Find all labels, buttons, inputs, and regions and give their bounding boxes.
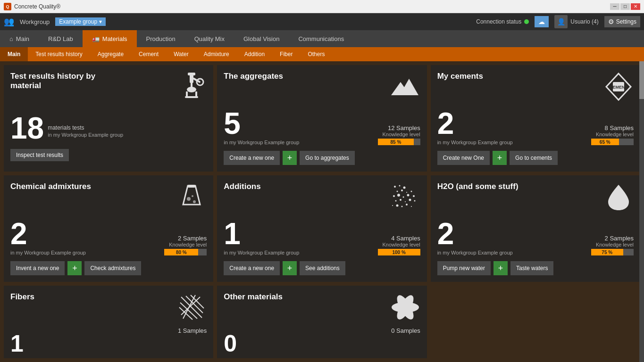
sub-item-fiber[interactable]: Fiber bbox=[272, 47, 300, 61]
svg-point-35 bbox=[414, 200, 415, 202]
svg-point-17 bbox=[193, 200, 196, 203]
water-samples-area: 2 Samples Knowledge level 75 % bbox=[591, 235, 634, 255]
card-test-results-header: Test results history by material bbox=[10, 72, 207, 104]
svg-point-26 bbox=[397, 194, 400, 197]
water-knowledge-bar: 75 % bbox=[591, 249, 623, 255]
svg-text:CEMENT: CEMENT bbox=[610, 85, 628, 90]
minimize-button[interactable]: ─ bbox=[610, 3, 619, 10]
svg-point-24 bbox=[406, 192, 407, 193]
svg-point-23 bbox=[401, 189, 403, 191]
card-additions-title: Additions bbox=[224, 182, 260, 191]
nav-item-production[interactable]: Production bbox=[137, 30, 185, 47]
additions-workgroup: in my Workgroup Example group bbox=[224, 250, 299, 255]
nav-item-rnd[interactable]: R&D Lab bbox=[39, 30, 83, 47]
settings-button[interactable]: ⚙ Settings bbox=[604, 16, 640, 27]
svg-point-21 bbox=[403, 187, 405, 189]
see-additions-button[interactable]: See additions bbox=[300, 261, 345, 275]
card-other-materials-title: Other materials bbox=[224, 292, 283, 302]
maximize-button[interactable]: □ bbox=[620, 3, 630, 10]
svg-line-44 bbox=[191, 295, 204, 308]
goto-cements-button[interactable]: Go to cements bbox=[510, 151, 558, 165]
add-aggregate-button[interactable]: + bbox=[283, 151, 297, 165]
svg-point-36 bbox=[392, 205, 393, 206]
admixtures-samples-count: 2 Samples bbox=[164, 235, 207, 242]
svg-point-19 bbox=[394, 186, 396, 188]
nav-item-global[interactable]: Global Vision bbox=[234, 30, 289, 47]
aggregates-count: 5 bbox=[224, 107, 241, 140]
add-admixture-button[interactable]: + bbox=[67, 261, 82, 275]
svg-point-33 bbox=[405, 201, 406, 202]
svg-point-34 bbox=[409, 199, 411, 201]
admixtures-knowledge-bar: 80 % bbox=[164, 249, 198, 255]
aggregates-knowledge-bar-bg: 85 % bbox=[378, 139, 420, 145]
additions-knowledge-bar: 100 % bbox=[378, 249, 420, 255]
add-addition-button[interactable]: + bbox=[283, 261, 297, 275]
svg-rect-1 bbox=[188, 73, 195, 75]
window-controls[interactable]: ─ □ ✕ bbox=[610, 3, 640, 10]
pump-water-button[interactable]: Pump new water bbox=[437, 261, 491, 275]
scrollbar-thumb[interactable] bbox=[639, 61, 644, 99]
card-test-results: Test results history by material bbox=[4, 65, 213, 172]
card-fibers-header: Fibers bbox=[10, 292, 207, 324]
sub-item-history[interactable]: Test results history bbox=[28, 47, 90, 61]
card-admixtures: Chemical admixtures 2 in my Workgroup Ex… bbox=[4, 175, 213, 282]
nav-item-quality[interactable]: Quality Mix bbox=[185, 30, 234, 47]
additions-samples-count: 4 Samples bbox=[378, 235, 420, 242]
sub-item-admixture[interactable]: Admixture bbox=[196, 47, 237, 61]
card-cements-header: My cements CEMENT bbox=[437, 72, 634, 104]
nav-item-materials[interactable]: 🚛 Materials bbox=[83, 30, 137, 47]
workgroup-label: Workgroup bbox=[20, 18, 50, 25]
create-addition-button[interactable]: Create a new one bbox=[224, 261, 280, 275]
dropdown-arrow-icon: ▾ bbox=[99, 18, 102, 25]
cements-samples-count: 8 Samples bbox=[591, 124, 634, 132]
check-admixtures-button[interactable]: Check admixtures bbox=[84, 261, 141, 275]
svg-point-37 bbox=[396, 205, 398, 207]
additions-actions: Create a new one + See additions bbox=[224, 261, 420, 275]
create-aggregate-button[interactable]: Create a new one bbox=[224, 151, 280, 165]
card-cements: My cements CEMENT 2 in my Workgroup Exam… bbox=[431, 65, 640, 172]
card-other-materials-header: Other materials bbox=[224, 292, 420, 324]
sub-item-main[interactable]: Main bbox=[0, 47, 28, 61]
sub-item-cement[interactable]: Cement bbox=[131, 47, 166, 61]
test-results-count: 18 bbox=[10, 113, 44, 143]
card-test-results-title: Test results history by material bbox=[10, 72, 105, 91]
add-cement-button[interactable]: + bbox=[493, 151, 507, 165]
cements-samples-area: 8 Samples Knowledge level 65 % bbox=[591, 124, 634, 145]
admixtures-knowledge-label: Knowledge level bbox=[164, 242, 207, 247]
invent-admixture-button[interactable]: Invent a new one bbox=[10, 261, 65, 275]
card-admixtures-title: Chemical admixtures bbox=[10, 182, 91, 191]
sub-item-addition[interactable]: Addition bbox=[237, 47, 272, 61]
particles-icon bbox=[390, 182, 420, 214]
user-area: 👤 Usuario (4) bbox=[554, 15, 598, 28]
aggregates-samples-count: 12 Samples bbox=[378, 124, 420, 132]
nav-item-main[interactable]: ⌂ Main bbox=[0, 30, 39, 47]
sub-item-others[interactable]: Others bbox=[300, 47, 332, 61]
cements-knowledge-bar: 65 % bbox=[591, 139, 619, 145]
inspect-test-results-button[interactable]: Inspect test results bbox=[10, 149, 69, 161]
card-aggregates: The aggregates 5 in my Workgroup Example… bbox=[217, 65, 427, 172]
nav-item-comms[interactable]: Communications bbox=[289, 30, 353, 47]
sub-item-water[interactable]: Water bbox=[166, 47, 196, 61]
add-water-button[interactable]: + bbox=[493, 261, 508, 275]
fibers-samples-area: 1 Samples bbox=[178, 327, 207, 334]
close-button[interactable]: ✕ bbox=[631, 3, 640, 10]
additions-knowledge-label: Knowledge level bbox=[378, 242, 420, 247]
create-cement-button[interactable]: Create new One bbox=[437, 151, 490, 165]
card-water-header: H2O (and some stuff) bbox=[437, 182, 634, 214]
cloud-button[interactable]: ☁ bbox=[535, 16, 549, 27]
taste-waters-button[interactable]: Taste waters bbox=[510, 261, 553, 275]
aggregates-samples-area: 12 Samples Knowledge level 85 % bbox=[378, 124, 420, 145]
microscope-icon bbox=[176, 72, 207, 104]
goto-aggregates-button[interactable]: Go to aggregates bbox=[300, 151, 355, 165]
atom-icon bbox=[390, 292, 420, 324]
svg-point-20 bbox=[399, 185, 400, 187]
card-aggregates-header: The aggregates bbox=[224, 72, 420, 104]
card-water: H2O (and some stuff) 2 in my Workgroup E… bbox=[431, 175, 640, 282]
admixtures-samples-area: 2 Samples Knowledge level 80 % bbox=[164, 235, 207, 255]
card-water-title: H2O (and some stuff) bbox=[437, 182, 519, 191]
sub-item-aggregate[interactable]: Aggregate bbox=[90, 47, 131, 61]
svg-point-27 bbox=[402, 197, 404, 198]
water-knowledge-label: Knowledge level bbox=[591, 242, 634, 247]
workgroup-select[interactable]: Example group ▾ bbox=[55, 17, 106, 26]
scrollbar-track[interactable] bbox=[639, 61, 644, 362]
